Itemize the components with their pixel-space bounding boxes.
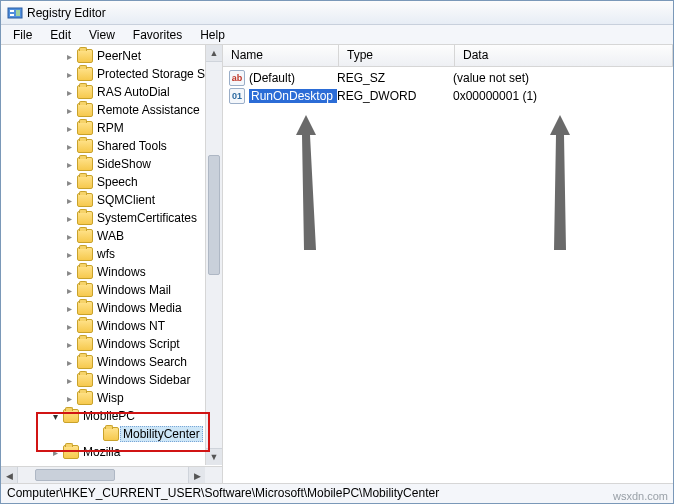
col-data[interactable]: Data: [455, 45, 673, 66]
tree-pane: PeerNetProtected Storage SRAS AutoDialRe…: [1, 45, 223, 483]
scroll-thumb[interactable]: [208, 155, 220, 275]
tree-label: RAS AutoDial: [97, 85, 170, 99]
tree-label: Mozilla: [83, 445, 120, 459]
chevron-right-icon[interactable]: [63, 320, 75, 332]
string-value-icon: ab: [229, 70, 245, 86]
chevron-right-icon[interactable]: [63, 122, 75, 134]
tree-item[interactable]: Windows Mail: [1, 281, 222, 299]
tree-item[interactable]: SystemCertificates: [1, 209, 222, 227]
tree-scrollbar-horizontal[interactable]: ◀ ▶: [1, 466, 222, 483]
chevron-right-icon[interactable]: [63, 212, 75, 224]
tree-label: Speech: [97, 175, 138, 189]
chevron-right-icon[interactable]: [63, 68, 75, 80]
tree-item[interactable]: Windows Script: [1, 335, 222, 353]
tree-scrollbar-vertical[interactable]: ▲ ▼: [205, 45, 222, 465]
chevron-right-icon[interactable]: [63, 230, 75, 242]
tree-item[interactable]: Windows Search: [1, 353, 222, 371]
tree-item[interactable]: Speech: [1, 173, 222, 191]
statusbar: Computer\HKEY_CURRENT_USER\Software\Micr…: [1, 483, 673, 503]
tree-item[interactable]: Mozilla: [1, 443, 222, 461]
chevron-right-icon[interactable]: [63, 338, 75, 350]
chevron-right-icon[interactable]: [63, 86, 75, 98]
titlebar[interactable]: Registry Editor: [1, 1, 673, 25]
chevron-right-icon[interactable]: [63, 194, 75, 206]
tree-item[interactable]: Shared Tools: [1, 137, 222, 155]
menu-edit[interactable]: Edit: [42, 27, 79, 43]
chevron-right-icon[interactable]: [63, 284, 75, 296]
chevron-right-icon[interactable]: [63, 158, 75, 170]
folder-icon: [77, 49, 93, 63]
svg-rect-2: [10, 14, 14, 16]
tree-item[interactable]: RPM: [1, 119, 222, 137]
tree-item[interactable]: SideShow: [1, 155, 222, 173]
scroll-thumb-h[interactable]: [35, 469, 115, 481]
tree-item[interactable]: Windows: [1, 263, 222, 281]
folder-icon: [77, 121, 93, 135]
value-name: RunOnDesktop: [249, 89, 337, 103]
col-type[interactable]: Type: [339, 45, 455, 66]
chevron-right-icon[interactable]: [63, 266, 75, 278]
dword-value-icon: 01: [229, 88, 245, 104]
folder-icon: [77, 319, 93, 333]
tree-item[interactable]: Windows Sidebar: [1, 371, 222, 389]
folder-icon: [77, 175, 93, 189]
tree-item[interactable]: Wisp: [1, 389, 222, 407]
folder-icon: [63, 409, 79, 423]
scroll-right-button[interactable]: ▶: [188, 467, 205, 483]
svg-rect-1: [10, 10, 14, 12]
tree-item[interactable]: Remote Assistance: [1, 101, 222, 119]
tree-item[interactable]: Windows Media: [1, 299, 222, 317]
chevron-right-icon[interactable]: [63, 50, 75, 62]
menu-favorites[interactable]: Favorites: [125, 27, 190, 43]
folder-icon: [77, 211, 93, 225]
value-data: 0x00000001 (1): [453, 89, 673, 103]
tree-item[interactable]: SQMClient: [1, 191, 222, 209]
tree-label: Wisp: [97, 391, 124, 405]
folder-icon: [77, 283, 93, 297]
folder-icon: [77, 265, 93, 279]
scroll-left-button[interactable]: ◀: [1, 467, 18, 483]
tree-item[interactable]: Protected Storage S: [1, 65, 222, 83]
chevron-right-icon[interactable]: [49, 446, 61, 458]
folder-icon: [77, 85, 93, 99]
folder-icon: [77, 229, 93, 243]
menu-view[interactable]: View: [81, 27, 123, 43]
chevron-right-icon[interactable]: [63, 392, 75, 404]
scroll-up-button[interactable]: ▲: [206, 45, 222, 62]
chevron-right-icon[interactable]: [63, 140, 75, 152]
tree-item[interactable]: RAS AutoDial: [1, 83, 222, 101]
tree-label: Windows: [97, 265, 146, 279]
chevron-right-icon[interactable]: [63, 374, 75, 386]
chevron-right-icon[interactable]: [63, 248, 75, 260]
svg-rect-3: [16, 10, 20, 16]
tree-item[interactable]: MobilePC: [1, 407, 222, 425]
folder-icon: [77, 139, 93, 153]
folder-icon: [77, 355, 93, 369]
value-row[interactable]: 01RunOnDesktopREG_DWORD0x00000001 (1): [223, 87, 673, 105]
tree-item[interactable]: MobilityCenter: [1, 425, 222, 443]
tree-label: Windows Mail: [97, 283, 171, 297]
tree-label: PeerNet: [97, 49, 141, 63]
tree-item[interactable]: wfs: [1, 245, 222, 263]
value-row[interactable]: ab(Default)REG_SZ(value not set): [223, 69, 673, 87]
regedit-icon: [7, 5, 23, 21]
spacer-icon[interactable]: [89, 428, 101, 440]
chevron-right-icon[interactable]: [63, 104, 75, 116]
folder-icon: [77, 247, 93, 261]
col-name[interactable]: Name: [223, 45, 339, 66]
menu-file[interactable]: File: [5, 27, 40, 43]
scroll-down-button[interactable]: ▼: [206, 448, 222, 465]
value-type: REG_SZ: [337, 71, 453, 85]
value-data: (value not set): [453, 71, 673, 85]
chevron-right-icon[interactable]: [63, 302, 75, 314]
chevron-down-icon[interactable]: [49, 410, 61, 422]
tree-item[interactable]: Windows NT: [1, 317, 222, 335]
folder-icon: [77, 67, 93, 81]
chevron-right-icon[interactable]: [63, 356, 75, 368]
menu-help[interactable]: Help: [192, 27, 233, 43]
chevron-right-icon[interactable]: [63, 176, 75, 188]
watermark: wsxdn.com: [613, 490, 668, 502]
tree-item[interactable]: WAB: [1, 227, 222, 245]
tree-item[interactable]: PeerNet: [1, 47, 222, 65]
value-type: REG_DWORD: [337, 89, 453, 103]
